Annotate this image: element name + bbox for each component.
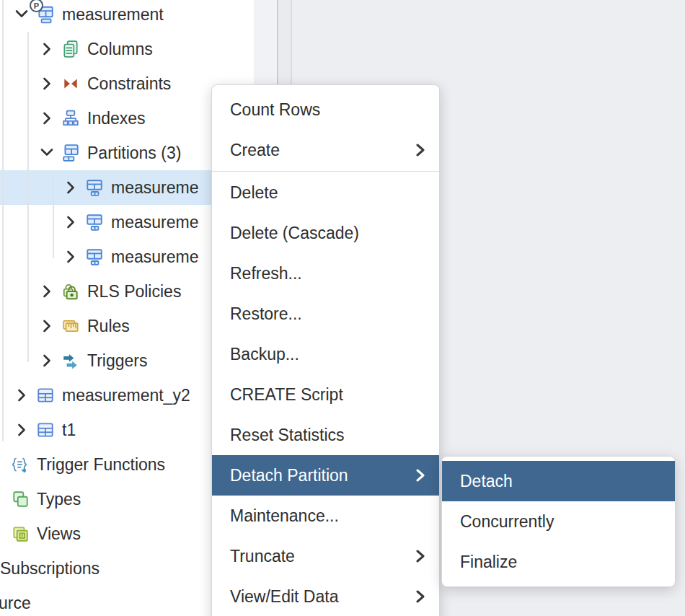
submenu-arrow-icon <box>416 550 425 563</box>
menu-item-label: Detach <box>460 472 513 491</box>
tree-node-measurement[interactable]: P measurement <box>0 0 254 32</box>
context-menu: Count Rows Create Delete Delete (Cascade… <box>211 84 440 616</box>
menu-item-label: Restore... <box>230 304 302 324</box>
expander-icon[interactable] <box>63 205 78 239</box>
expander-icon[interactable] <box>14 0 29 32</box>
expander-icon[interactable] <box>40 101 54 136</box>
menu-item-label: View/Edit Data <box>230 587 338 607</box>
tree-node-label: Columns <box>87 32 153 66</box>
tree-node-label: measurement_y2 <box>62 378 190 413</box>
menu-item-create-script[interactable]: CREATE Script <box>212 374 439 415</box>
expander-icon[interactable] <box>0 482 4 516</box>
tree-node-label: urce <box>0 586 31 616</box>
tree-node-label: Types <box>37 482 81 516</box>
menu-item-label: CREATE Script <box>230 385 343 405</box>
tree-node-label: measureme <box>111 205 198 239</box>
indexes-icon <box>61 109 80 128</box>
menu-item-label: Finalize <box>460 553 517 572</box>
tree-node-label: Subscriptions <box>0 551 100 586</box>
menu-item-count-rows[interactable]: Count Rows <box>212 89 439 130</box>
tree-node-label: Constraints <box>87 66 171 101</box>
menu-item-detach-partition[interactable]: Detach Partition <box>212 455 439 496</box>
partition-icon <box>85 247 104 266</box>
detach-partition-submenu: Detach Concurrently Finalize <box>441 456 676 587</box>
menu-item-restore[interactable]: Restore... <box>212 294 439 334</box>
tree-node-label: RLS Policies <box>87 274 181 309</box>
tree-indent-guide <box>27 32 29 362</box>
menu-item-delete-cascade[interactable]: Delete (Cascade) <box>212 213 439 253</box>
menu-separator <box>212 171 439 172</box>
types-icon <box>11 490 30 509</box>
tree-node-label: measureme <box>111 170 198 205</box>
expander-icon[interactable] <box>14 378 29 413</box>
menu-item-label: Delete (Cascade) <box>230 224 359 243</box>
menu-item-truncate[interactable]: Truncate <box>212 536 439 576</box>
menu-item-backup[interactable]: Backup... <box>212 334 439 374</box>
partitions-icon <box>61 144 80 162</box>
menu-item-refresh[interactable]: Refresh... <box>212 253 439 294</box>
expander-icon[interactable] <box>40 309 54 343</box>
tree-node-columns[interactable]: Columns <box>0 32 254 66</box>
menu-item-label: Concurrently <box>460 512 554 532</box>
menu-item-label: Maintenance... <box>230 506 339 526</box>
tree-node-label: Trigger Functions <box>37 447 165 482</box>
tree-indent-guide <box>53 170 54 258</box>
tree-node-label: Rules <box>87 309 130 343</box>
triggers-icon <box>61 351 80 370</box>
rls-policies-icon <box>61 282 80 301</box>
menu-item-view-edit-data[interactable]: View/Edit Data <box>212 576 439 616</box>
expander-icon[interactable] <box>40 32 54 66</box>
expander-icon[interactable] <box>0 447 4 482</box>
tree-node-label: measureme <box>111 239 198 274</box>
submenu-arrow-icon <box>416 144 425 157</box>
partitioned-table-icon: P <box>36 5 55 24</box>
table-icon <box>36 421 55 439</box>
table-icon <box>36 386 55 405</box>
expander-icon[interactable] <box>40 66 54 101</box>
expander-icon[interactable] <box>63 170 78 205</box>
tree-node-label: t1 <box>62 413 76 447</box>
submenu-arrow-icon <box>416 469 425 482</box>
menu-item-finalize[interactable]: Finalize <box>442 542 675 582</box>
menu-item-label: Backup... <box>230 345 299 364</box>
menu-item-concurrently[interactable]: Concurrently <box>442 501 675 542</box>
menu-item-delete[interactable]: Delete <box>212 172 439 213</box>
constraints-icon <box>61 74 80 93</box>
menu-item-label: Detach Partition <box>230 466 348 485</box>
expander-icon[interactable] <box>40 343 54 378</box>
menu-item-detach[interactable]: Detach <box>442 461 675 501</box>
menu-item-label: Truncate <box>230 547 295 566</box>
tree-node-label: Views <box>37 516 81 551</box>
expander-icon[interactable] <box>40 274 54 309</box>
expander-icon[interactable] <box>40 136 54 170</box>
columns-icon <box>61 40 80 58</box>
partition-icon <box>85 213 104 232</box>
tree-node-label: Partitions (3) <box>87 136 181 170</box>
expander-icon[interactable] <box>0 516 4 551</box>
tree-node-label: measurement <box>62 0 164 32</box>
menu-item-label: Refresh... <box>230 264 302 283</box>
submenu-arrow-icon <box>416 590 425 603</box>
views-icon <box>11 524 30 543</box>
menu-item-label: Reset Statistics <box>230 426 345 445</box>
menu-item-label: Count Rows <box>230 100 320 120</box>
menu-item-maintenance[interactable]: Maintenance... <box>212 496 439 536</box>
menu-item-reset-statistics[interactable]: Reset Statistics <box>212 415 439 455</box>
tree-indent-guide <box>2 0 4 441</box>
partition-icon <box>85 178 104 197</box>
rules-icon <box>61 317 80 335</box>
expander-icon[interactable] <box>63 239 78 274</box>
menu-item-label: Create <box>230 141 280 160</box>
tree-node-label: Triggers <box>87 343 148 378</box>
menu-item-create[interactable]: Create <box>212 130 439 170</box>
trigger-functions-icon <box>11 455 30 474</box>
menu-item-label: Delete <box>230 183 278 203</box>
tree-node-label: Indexes <box>87 101 146 136</box>
expander-icon[interactable] <box>14 413 29 447</box>
